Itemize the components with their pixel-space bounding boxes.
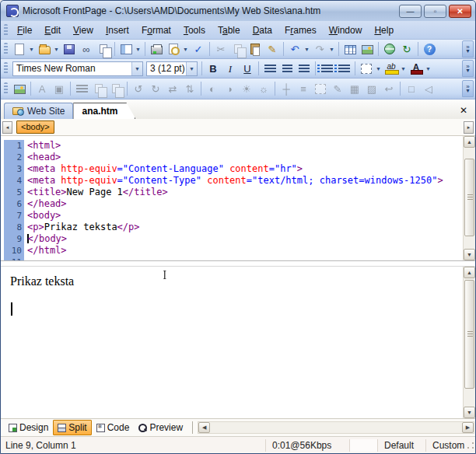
resize-grip[interactable] (466, 441, 475, 450)
close-button[interactable]: ✕ (449, 5, 471, 18)
new-page-dropdown-icon[interactable]: ▼ (28, 41, 35, 57)
underline-button[interactable]: U (239, 61, 256, 76)
align-left-button[interactable] (261, 61, 278, 76)
code-line[interactable]: 4<meta http-equiv="Content-Type" content… (1, 175, 462, 187)
insert-picture-button[interactable] (359, 41, 376, 57)
menu-table[interactable]: Table (212, 23, 247, 38)
menu-tools[interactable]: Tools (177, 23, 212, 38)
design-scroll-thumb[interactable] (464, 280, 474, 389)
scroll-left-icon[interactable]: ◀ (198, 422, 210, 433)
formatting-toolbar-options-button[interactable]: »▾ (462, 60, 474, 77)
scroll-right-icon[interactable]: ▶ (462, 422, 474, 433)
refresh-button[interactable]: ↻ (398, 41, 415, 57)
view-tab-design[interactable]: Design (4, 420, 53, 435)
view-tab-code[interactable]: Code (92, 420, 135, 435)
font-size-select[interactable]: 3 (12 pt)▼ (146, 61, 198, 76)
code-line[interactable]: 1<html> (1, 140, 462, 152)
save-button[interactable] (61, 41, 78, 57)
code-line[interactable]: 9</body> (1, 233, 462, 245)
body-tag-badge[interactable]: <body> (16, 120, 54, 134)
code-scroll-thumb[interactable] (464, 159, 474, 236)
code-line[interactable]: 6</head> (1, 198, 462, 210)
code-vertical-scrollbar[interactable]: ▲ ▼ (463, 136, 475, 260)
tag-scroll-right-icon[interactable]: ▸ (464, 121, 474, 134)
menu-format[interactable]: Format (135, 23, 177, 38)
find-button[interactable]: ∞ (78, 41, 95, 57)
new-page-button[interactable] (11, 41, 28, 57)
menu-view[interactable]: View (67, 23, 100, 38)
view-tab-preview[interactable]: Preview (134, 420, 187, 435)
code-line[interactable]: 7<body> (1, 210, 462, 222)
numbered-list-button[interactable] (318, 61, 335, 76)
font-color-dropdown-icon[interactable]: ▼ (425, 61, 432, 76)
scroll-down-icon[interactable]: ▼ (464, 249, 475, 260)
code-line[interactable]: 8<p>Prikaz teksta</p> (1, 222, 462, 233)
font-name-select[interactable]: Times New Roman▼ (12, 61, 143, 76)
code-line[interactable]: 2<head> (1, 152, 462, 163)
menu-help[interactable]: Help (368, 23, 400, 38)
scroll-down-icon[interactable]: ▼ (464, 407, 475, 418)
tab-ana-htm[interactable]: ana.htm (73, 103, 135, 119)
view-tab-split[interactable]: Split (53, 420, 91, 435)
preview-in-browser-dropdown-icon[interactable]: ▼ (182, 41, 189, 57)
chevron-down-icon[interactable]: ▼ (186, 62, 197, 75)
format-painter-button[interactable]: ✎ (264, 41, 281, 57)
menu-edit[interactable]: Edit (38, 23, 67, 38)
open-folder-button[interactable] (36, 41, 53, 57)
restore-button[interactable]: ▫ (424, 5, 446, 18)
menu-frames[interactable]: Frames (278, 23, 323, 38)
redo-dropdown-icon[interactable]: ▼ (328, 41, 335, 57)
scroll-up-icon[interactable]: ▲ (464, 267, 475, 278)
toggle-pane-button[interactable] (117, 41, 135, 57)
scroll-up-icon[interactable]: ▲ (464, 136, 475, 148)
bold-button[interactable]: B (205, 61, 222, 76)
close-page-icon[interactable]: ✕ (460, 105, 471, 119)
design-paragraph[interactable]: Prikaz teksta (10, 274, 462, 288)
code-line[interactable]: 11 (1, 257, 462, 260)
toggle-pane-dropdown-icon[interactable]: ▼ (135, 41, 142, 57)
publish-site-button[interactable] (95, 41, 112, 57)
horizontal-scrollbar[interactable]: ◀ ▶ (198, 421, 474, 434)
print-button[interactable] (148, 41, 165, 57)
find-icon: ∞ (82, 44, 89, 54)
code-line[interactable]: 10</html> (1, 245, 462, 257)
standard-toolbar-options-button[interactable]: »▾ (462, 40, 474, 58)
code-line[interactable]: 5<title>New Page 1</title> (1, 187, 462, 198)
insert-table-button[interactable] (341, 41, 359, 57)
help-button[interactable]: ? (421, 41, 438, 57)
font-color-button[interactable]: A (408, 61, 425, 76)
paste-button[interactable] (247, 41, 264, 57)
bullet-list-button[interactable] (335, 61, 352, 76)
italic-button[interactable]: I (222, 61, 239, 76)
design-pane[interactable]: Prikaz teksta I ▲ ▼ (1, 267, 475, 418)
tab-web-site[interactable]: Web Site (4, 103, 73, 119)
highlight-dropdown-icon[interactable]: ▼ (400, 61, 407, 76)
code-lines: 1<html>2<head>3<meta http-equiv="Content… (1, 140, 462, 260)
align-right-button[interactable] (296, 61, 313, 76)
menu-window[interactable]: Window (323, 23, 369, 38)
highlight-button[interactable]: ab (383, 61, 400, 76)
borders-button[interactable] (358, 61, 375, 76)
menu-insert[interactable]: Insert (100, 23, 135, 38)
pictures-toolbar-options-button[interactable]: »▾ (462, 80, 474, 97)
design-vertical-scrollbar[interactable]: ▲ ▼ (463, 267, 475, 418)
preview-in-browser-button[interactable] (165, 41, 182, 57)
code-pane[interactable]: 1<html>2<head>3<meta http-equiv="Content… (1, 136, 475, 260)
tag-scroll-left-icon[interactable]: ◂ (2, 121, 12, 134)
spelling-button[interactable]: ✓ (190, 41, 207, 57)
menu-data[interactable]: Data (247, 23, 278, 38)
chevron-down-icon[interactable]: ▼ (131, 62, 142, 75)
insert-hyperlink-button[interactable] (381, 41, 398, 57)
menu-file[interactable]: File (11, 23, 38, 38)
borders-dropdown-icon[interactable]: ▼ (375, 61, 382, 76)
align-center-button[interactable] (278, 61, 296, 76)
minimize-button[interactable]: — (399, 5, 422, 18)
undo-button[interactable]: ↶ (286, 41, 303, 57)
split-divider[interactable] (1, 260, 475, 267)
frontpage-app-icon[interactable] (6, 5, 19, 17)
undo-dropdown-icon[interactable]: ▼ (303, 41, 310, 57)
code-line[interactable]: 3<meta http-equiv="Content-Language" con… (1, 163, 462, 175)
insert-picture-from-file-button[interactable] (11, 81, 28, 96)
code-text: <meta http-equiv="Content-Language" cont… (24, 163, 303, 175)
open-folder-dropdown-icon[interactable]: ▼ (53, 41, 60, 57)
